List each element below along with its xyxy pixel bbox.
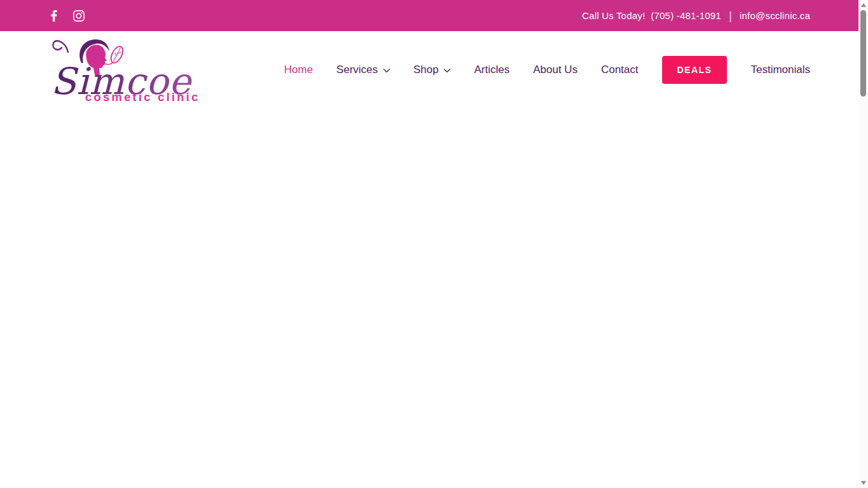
nav-item-home[interactable]: Home — [284, 64, 313, 76]
call-us-text: Call Us Today! — [582, 10, 645, 21]
topbar-separator: | — [727, 10, 734, 22]
social-links — [48, 10, 85, 22]
nav-item-about-us-label: About Us — [533, 64, 578, 76]
phone-link[interactable]: (705) -481-1091 — [651, 10, 721, 21]
nav-item-home-label: Home — [284, 64, 313, 76]
logo-curl — [53, 41, 68, 52]
nav-item-contact[interactable]: Contact — [601, 64, 639, 76]
instagram-icon[interactable] — [73, 10, 85, 22]
nav-item-shop-label: Shop — [414, 64, 439, 76]
header: Simcoe cosmetic clinic Home Services Sho… — [0, 31, 858, 109]
contact-info: Call Us Today! (705) -481-1091 | info@sc… — [582, 10, 810, 22]
facebook-icon[interactable] — [48, 10, 60, 22]
nav-item-testimonials[interactable]: Testimonials — [750, 64, 810, 76]
scrollbar-thumb[interactable] — [860, 10, 866, 97]
scrollbar[interactable] — [858, 0, 868, 488]
scroll-up-arrow-icon[interactable] — [861, 3, 866, 7]
nav-item-shop[interactable]: Shop — [414, 64, 451, 76]
nav-item-services[interactable]: Services — [336, 64, 390, 76]
logo-tagline-text: cosmetic clinic — [85, 90, 200, 104]
topbar: Call Us Today! (705) -481-1091 | info@sc… — [0, 0, 858, 31]
nav-item-contact-label: Contact — [601, 64, 639, 76]
main-content-blank — [0, 109, 858, 488]
main-nav: Home Services Shop Articles About Us — [284, 31, 810, 109]
logo-graphic: Simcoe cosmetic clinic — [48, 35, 214, 105]
logo[interactable]: Simcoe cosmetic clinic — [48, 35, 214, 107]
nav-item-services-label: Services — [336, 64, 377, 76]
nav-item-testimonials-label: Testimonials — [750, 64, 810, 76]
scroll-down-arrow-icon[interactable] — [861, 481, 866, 485]
nav-item-articles-label: Articles — [474, 64, 510, 76]
chevron-down-icon — [444, 69, 451, 73]
nav-item-about-us[interactable]: About Us — [533, 64, 578, 76]
chevron-down-icon — [383, 69, 390, 73]
nav-item-articles[interactable]: Articles — [474, 64, 510, 76]
deals-button-label: DEALS — [677, 65, 712, 75]
deals-button[interactable]: DEALS — [662, 56, 728, 84]
email-link[interactable]: info@scclinic.ca — [740, 10, 810, 21]
